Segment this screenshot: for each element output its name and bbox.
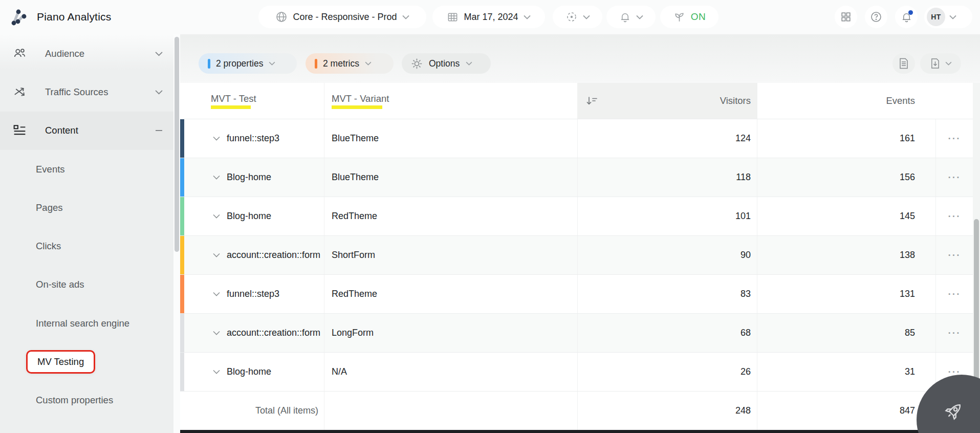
gear-icon [411, 58, 423, 70]
row-actions-button[interactable]: ··· [935, 275, 973, 313]
sort-descending-icon[interactable] [585, 95, 599, 106]
segment-selector[interactable] [553, 6, 602, 28]
alerts-selector[interactable] [606, 6, 656, 28]
events-value: 156 [757, 158, 935, 197]
chevron-down-icon[interactable] [213, 175, 220, 180]
mvt-variant-name: BlueTheme [324, 119, 577, 158]
table-row[interactable]: account::creation::form LongForm 68 85 ·… [180, 313, 973, 352]
sandbox-state-label: ON [691, 11, 706, 23]
row-actions-button[interactable]: ··· [935, 197, 973, 235]
mv-testing-highlight-box[interactable]: MV Testing [26, 350, 95, 374]
sidebar-item-label: On-site ads [36, 279, 84, 290]
visitors-value: 83 [577, 275, 757, 313]
app-title: Piano Analytics [37, 11, 111, 23]
site-selector[interactable]: Core - Responsive - Prod [258, 6, 426, 28]
chevron-down-icon [524, 15, 531, 19]
mvt-test-name[interactable]: Blog-home [227, 172, 271, 183]
mvt-test-name[interactable]: account::creation::form [227, 250, 320, 261]
table-row[interactable]: funnel::step3 BlueTheme 124 161 ··· [180, 119, 973, 158]
events-value: 138 [757, 236, 935, 274]
sidebar-item-on-site-ads[interactable]: On-site ads [0, 266, 180, 304]
row-actions-button[interactable]: ··· [935, 158, 973, 197]
sidebar-item-custom-properties[interactable]: Custom properties [0, 381, 180, 420]
chevron-down-icon[interactable] [155, 51, 163, 56]
column-header-actions [935, 83, 973, 119]
mvt-variant-name: LongForm [324, 314, 577, 352]
mvt-test-name[interactable]: Blog-home [227, 366, 271, 377]
chevron-down-icon[interactable] [213, 253, 220, 257]
sidebar-item-content[interactable]: Content [0, 112, 180, 150]
piano-analytics-logo-icon [9, 7, 30, 27]
column-header-mvt-test[interactable]: MVT - Test [180, 83, 324, 119]
mvt-test-name[interactable]: account::creation::form [227, 328, 320, 338]
traffic-arrows-icon [12, 84, 27, 99]
column-header-visitors[interactable]: Visitors [577, 83, 757, 119]
table-row[interactable]: account::creation::form ShortForm 90 138… [180, 235, 973, 274]
row-actions-button[interactable]: ··· [935, 119, 973, 158]
header-label-highlighted: MVT - Test [211, 93, 256, 109]
sandbox-toggle[interactable]: ON [660, 6, 718, 28]
chevron-down-icon [365, 61, 372, 66]
report-notes-button[interactable] [892, 53, 915, 74]
date-picker[interactable]: Mar 17, 2024 [432, 6, 545, 28]
export-button[interactable] [920, 53, 961, 74]
mvt-test-name[interactable]: Blog-home [227, 211, 271, 222]
mvt-test-name[interactable]: funnel::step3 [227, 289, 279, 299]
sidebar-item-mv-testing[interactable]: MV Testing [0, 342, 180, 381]
row-color-bar [180, 353, 184, 391]
calendar-icon [447, 11, 459, 23]
header-label: Events [886, 95, 915, 106]
properties-chip[interactable]: 2 properties [199, 53, 297, 74]
sidebar-item-internal-search-engine[interactable]: Internal search engine [0, 304, 180, 342]
chevron-down-icon[interactable] [213, 370, 220, 374]
chevron-down-icon[interactable] [213, 136, 220, 141]
chevron-down-icon [945, 61, 952, 66]
sidebar-scrollbar-thumb[interactable] [175, 37, 179, 252]
download-file-icon [930, 57, 941, 70]
chevron-down-icon[interactable] [213, 331, 220, 335]
brand[interactable]: Piano Analytics [9, 7, 111, 27]
row-color-bar [180, 275, 184, 313]
column-header-mvt-variant[interactable]: MVT - Variant [324, 83, 577, 119]
sidebar-item-audience[interactable]: Audience [0, 34, 180, 73]
analysis-toolbar: 2 properties 2 metrics [180, 34, 980, 83]
options-button[interactable]: Options [402, 53, 491, 74]
sidebar-item-traffic-sources[interactable]: Traffic Sources [0, 73, 180, 111]
sidebar-item-label: MV Testing [37, 356, 84, 367]
chevron-down-icon[interactable] [213, 292, 220, 296]
properties-chip-label: 2 properties [216, 58, 263, 69]
help-button[interactable] [865, 6, 887, 28]
sidebar-item-events[interactable]: Events [0, 150, 180, 188]
sidebar-item-pages[interactable]: Pages [0, 188, 180, 227]
mvt-variant-name: RedTheme [324, 197, 577, 235]
column-header-events[interactable]: Events [757, 83, 935, 119]
table-row[interactable]: Blog-home BlueTheme 118 156 ··· [180, 158, 973, 197]
header-label: Visitors [720, 95, 751, 106]
events-value: 145 [757, 197, 935, 235]
visitors-value: 118 [577, 158, 757, 197]
table-row[interactable]: Blog-home N/A 26 31 ··· [180, 352, 973, 391]
mvt-variant-name: ShortForm [324, 236, 577, 274]
notifications-button[interactable] [895, 6, 918, 28]
chevron-down-icon[interactable] [155, 90, 163, 95]
row-actions-button[interactable]: ··· [935, 236, 973, 274]
row-color-bar [180, 314, 184, 352]
table-row[interactable]: funnel::step3 RedTheme 83 131 ··· [180, 274, 973, 313]
main-scrollbar-thumb[interactable] [974, 219, 979, 383]
sidebar-item-clicks[interactable]: Clicks [0, 227, 180, 265]
visitors-value: 90 [577, 236, 757, 274]
apps-grid-button[interactable] [835, 6, 857, 28]
mvt-test-name[interactable]: funnel::step3 [227, 133, 279, 144]
table-row[interactable]: Blog-home RedTheme 101 145 ··· [180, 197, 973, 235]
mvt-variant-name: N/A [324, 353, 577, 391]
user-menu[interactable]: HT [924, 6, 972, 28]
sidebar-scrollbar-track [173, 34, 180, 433]
row-actions-button[interactable]: ··· [935, 314, 973, 352]
sprout-icon [673, 11, 686, 24]
collapse-minus-icon[interactable] [155, 129, 163, 132]
metrics-chip[interactable]: 2 metrics [306, 53, 394, 74]
events-value: 131 [757, 275, 935, 313]
globe-icon [275, 11, 288, 23]
row-color-bar [180, 197, 184, 235]
chevron-down-icon[interactable] [213, 214, 220, 219]
